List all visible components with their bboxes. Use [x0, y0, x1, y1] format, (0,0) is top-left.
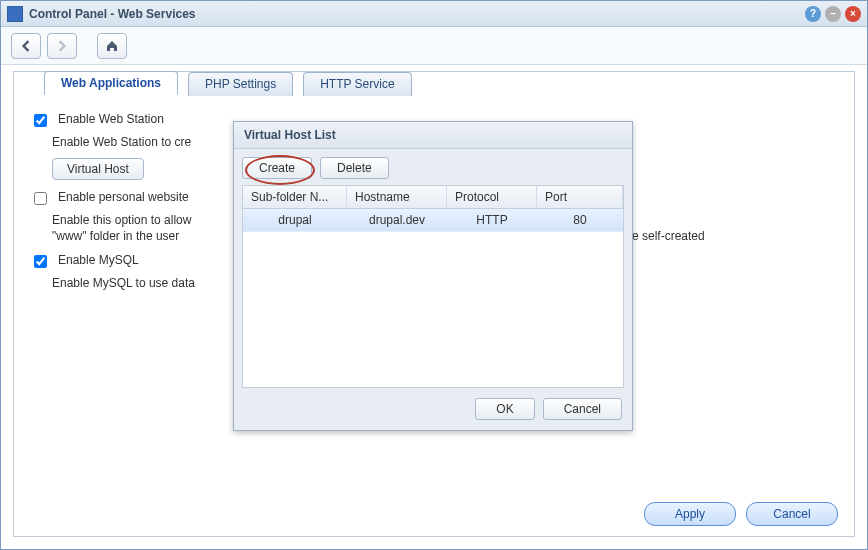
footer: Apply Cancel: [644, 502, 838, 526]
window-title: Control Panel - Web Services: [29, 7, 196, 21]
cell-subfolder: drupal: [243, 209, 347, 231]
cell-hostname: drupal.dev: [347, 209, 447, 231]
back-button[interactable]: [11, 33, 41, 59]
button-label: OK: [496, 402, 513, 416]
delete-button[interactable]: Delete: [320, 157, 389, 179]
col-subfolder[interactable]: Sub-folder N...: [243, 186, 347, 208]
close-icon[interactable]: ×: [845, 6, 861, 22]
col-port[interactable]: Port: [537, 186, 623, 208]
modal-cancel-button[interactable]: Cancel: [543, 398, 622, 420]
home-button[interactable]: [97, 33, 127, 59]
tab-label: PHP Settings: [205, 77, 276, 91]
tab-php-settings[interactable]: PHP Settings: [188, 72, 293, 96]
cell-protocol: HTTP: [447, 209, 537, 231]
apply-button[interactable]: Apply: [644, 502, 736, 526]
tab-web-applications[interactable]: Web Applications: [44, 71, 178, 95]
virtual-host-modal: Virtual Host List Create Delete Sub-fold…: [233, 121, 633, 431]
col-protocol[interactable]: Protocol: [447, 186, 537, 208]
modal-toolbar: Create Delete: [234, 149, 632, 185]
button-label: Cancel: [564, 402, 601, 416]
app-icon: [7, 6, 23, 22]
ok-button[interactable]: OK: [475, 398, 534, 420]
minimize-icon[interactable]: –: [825, 6, 841, 22]
table-row[interactable]: drupal drupal.dev HTTP 80: [243, 209, 623, 232]
checkbox-personal-website[interactable]: [34, 192, 47, 205]
tab-label: Web Applications: [61, 76, 161, 90]
button-label: Virtual Host: [67, 162, 129, 176]
tabs: Web Applications PHP Settings HTTP Servi…: [44, 71, 412, 95]
modal-footer: OK Cancel: [234, 388, 632, 430]
forward-button[interactable]: [47, 33, 77, 59]
desc-part: Enable this option to allow "www" folder…: [52, 213, 191, 243]
option-label: Enable Web Station: [58, 112, 164, 126]
toolbar: [1, 27, 867, 65]
button-label: Create: [259, 161, 295, 175]
checkbox-web-station[interactable]: [34, 114, 47, 127]
cancel-button[interactable]: Cancel: [746, 502, 838, 526]
col-hostname[interactable]: Hostname: [347, 186, 447, 208]
checkbox-mysql[interactable]: [34, 255, 47, 268]
tab-http-service[interactable]: HTTP Service: [303, 72, 411, 96]
create-button[interactable]: Create: [242, 157, 312, 179]
grid-header: Sub-folder N... Hostname Protocol Port: [243, 186, 623, 209]
cell-port: 80: [537, 209, 623, 231]
button-label: Delete: [337, 161, 372, 175]
modal-title: Virtual Host List: [234, 122, 632, 149]
virtual-host-button[interactable]: Virtual Host: [52, 158, 144, 180]
option-label: Enable personal website: [58, 190, 189, 204]
titlebar: Control Panel - Web Services ? – ×: [1, 1, 867, 27]
button-label: Apply: [675, 507, 705, 521]
virtual-host-grid: Sub-folder N... Hostname Protocol Port d…: [242, 185, 624, 388]
help-icon[interactable]: ?: [805, 6, 821, 22]
button-label: Cancel: [773, 507, 810, 521]
option-label: Enable MySQL: [58, 253, 139, 267]
grid-body: drupal drupal.dev HTTP 80: [243, 209, 623, 387]
tab-label: HTTP Service: [320, 77, 394, 91]
